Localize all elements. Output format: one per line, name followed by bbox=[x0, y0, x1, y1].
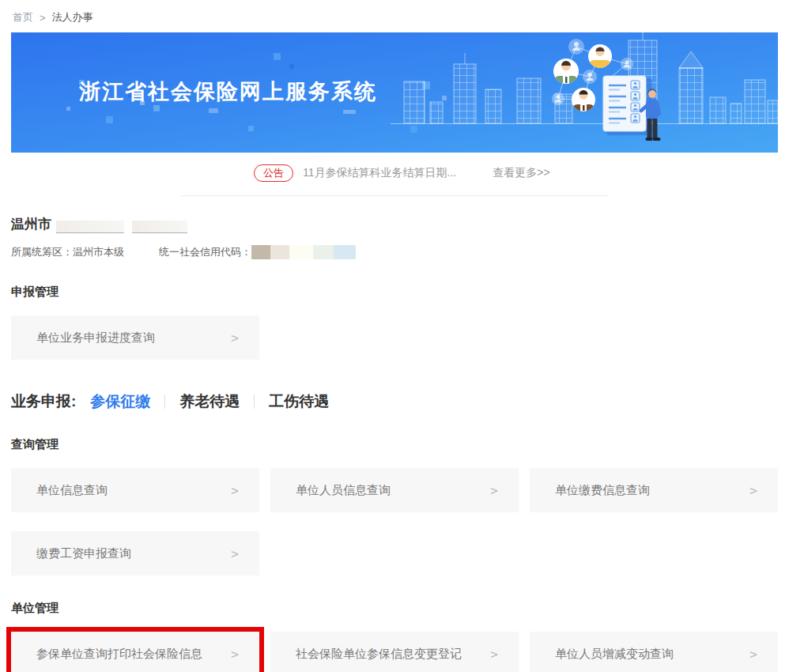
card-payment-wage-declare-query[interactable]: 缴费工资申报查询 > bbox=[11, 531, 259, 576]
breadcrumb: 首页 > 法人办事 bbox=[11, 0, 778, 32]
section-title-declare: 申报管理 bbox=[11, 285, 778, 300]
card-label: 单位缴费信息查询 bbox=[555, 483, 650, 498]
card-unit-insured-info-change-register[interactable]: 社会保险单位参保信息变更登记 > bbox=[270, 632, 519, 672]
card-unit-personnel-info-query[interactable]: 单位人员信息查询 > bbox=[270, 468, 519, 512]
chevron-right-icon: > bbox=[490, 483, 498, 498]
section-title-query: 查询管理 bbox=[11, 437, 778, 452]
business-declare-tabs: 业务申报: 参保征缴 养老待遇 工伤待遇 bbox=[11, 391, 778, 412]
card-label: 单位信息查询 bbox=[36, 483, 108, 498]
announcement-bar: 公告 11月参保结算科业务结算日期... 查看更多>> bbox=[181, 153, 608, 196]
banner: 浙江省社会保险网上服务系统 bbox=[11, 32, 778, 153]
breadcrumb-home[interactable]: 首页 bbox=[13, 10, 33, 25]
card-label: 单位业务申报进度查询 bbox=[36, 330, 155, 345]
avatar-green bbox=[553, 59, 579, 88]
section-title-unit: 单位管理 bbox=[11, 601, 778, 616]
unit-card-grid: 参保单位查询打印社会保险信息 > 社会保险单位参保信息变更登记 > 单位人员增减… bbox=[11, 632, 778, 672]
avatar-brown bbox=[572, 88, 595, 115]
breadcrumb-separator-icon: > bbox=[40, 12, 46, 24]
announcement-text[interactable]: 11月参保结算科业务结算日期... bbox=[303, 166, 456, 180]
region-value: 温州市本级 bbox=[73, 245, 124, 259]
card-unit-personnel-change-query[interactable]: 单位人员增减变动查询 > bbox=[530, 632, 778, 672]
chevron-right-icon: > bbox=[231, 330, 239, 345]
tab-divider bbox=[254, 395, 255, 409]
chevron-right-icon: > bbox=[231, 647, 239, 662]
org-info: 温州市 所属统筹区： 温州市本级 统一社会信用代码： bbox=[11, 215, 778, 259]
tabs-label: 业务申报: bbox=[11, 391, 76, 412]
credit-code-redacted bbox=[251, 245, 356, 259]
card-label: 单位人员增减变动查询 bbox=[555, 647, 674, 662]
card-label: 单位人员信息查询 bbox=[296, 483, 391, 498]
card-unit-declare-progress-query[interactable]: 单位业务申报进度查询 > bbox=[11, 315, 259, 360]
tab-gongshang-daiyu[interactable]: 工伤待遇 bbox=[269, 391, 329, 412]
credit-code-label: 统一社会信用代码： bbox=[159, 245, 251, 259]
card-unit-payment-info-query[interactable]: 单位缴费信息查询 > bbox=[530, 468, 778, 512]
card-label: 社会保险单位参保信息变更登记 bbox=[296, 647, 462, 662]
page: 首页 > 法人办事 bbox=[0, 0, 789, 672]
card-label: 缴费工资申报查询 bbox=[36, 546, 131, 561]
org-meta: 所属统筹区： 温州市本级 统一社会信用代码： bbox=[11, 245, 778, 259]
query-card-grid: 单位信息查询 > 单位人员信息查询 > 单位缴费信息查询 > 缴费工资申报查询 … bbox=[11, 468, 778, 576]
announcement-badge: 公告 bbox=[254, 164, 293, 182]
card-insured-unit-print-social-insurance-info[interactable]: 参保单位查询打印社会保险信息 > bbox=[11, 632, 259, 672]
card-label: 参保单位查询打印社会保险信息 bbox=[36, 647, 202, 662]
declare-card-grid: 单位业务申报进度查询 > bbox=[11, 315, 778, 360]
org-name-redacted bbox=[132, 221, 187, 233]
breadcrumb-current: 法人办事 bbox=[52, 10, 93, 25]
chevron-right-icon: > bbox=[490, 647, 498, 662]
chevron-right-icon: > bbox=[749, 483, 757, 498]
avatar-yellow bbox=[588, 44, 612, 71]
banner-title: 浙江省社会保险网上服务系统 bbox=[79, 77, 377, 106]
org-city: 温州市 bbox=[11, 215, 51, 233]
org-name: 温州市 bbox=[11, 215, 778, 233]
card-unit-info-query[interactable]: 单位信息查询 > bbox=[11, 468, 259, 512]
region-label: 所属统筹区： bbox=[11, 245, 73, 259]
chevron-right-icon: > bbox=[749, 647, 757, 662]
view-more-link[interactable]: 查看更多>> bbox=[493, 166, 549, 180]
tab-canbao-zhengjiao[interactable]: 参保征缴 bbox=[90, 391, 150, 412]
tab-yanglao-daiyu[interactable]: 养老待遇 bbox=[179, 391, 240, 412]
org-name-redacted bbox=[56, 221, 124, 233]
chevron-right-icon: > bbox=[231, 546, 239, 561]
tab-divider bbox=[164, 395, 165, 409]
chevron-right-icon: > bbox=[231, 483, 239, 498]
